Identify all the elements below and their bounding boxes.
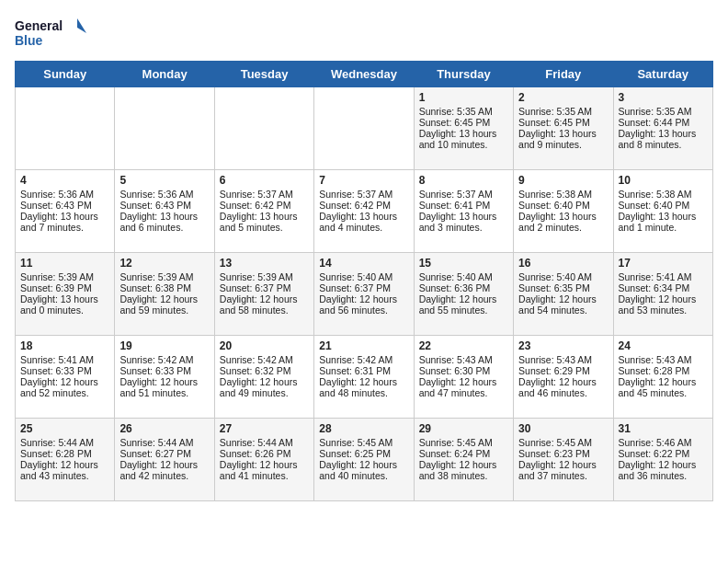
day-info: Sunrise: 5:37 AM — [419, 189, 508, 200]
day-info: and 45 minutes. — [619, 387, 708, 398]
calendar-cell: 22Sunrise: 5:43 AMSunset: 6:30 PMDayligh… — [414, 336, 513, 419]
day-info: Sunrise: 5:43 AM — [619, 354, 708, 365]
calendar-cell: 31Sunrise: 5:46 AMSunset: 6:22 PMDayligh… — [613, 419, 712, 501]
day-info: Sunset: 6:33 PM — [20, 365, 109, 376]
day-info: Sunset: 6:32 PM — [220, 365, 309, 376]
day-info: and 49 minutes. — [220, 387, 309, 398]
day-info: Sunset: 6:31 PM — [319, 365, 408, 376]
day-info: Sunrise: 5:41 AM — [20, 354, 109, 365]
day-info: Sunset: 6:38 PM — [119, 282, 209, 293]
day-info: Sunrise: 5:35 AM — [619, 106, 708, 117]
day-number: 12 — [119, 257, 209, 270]
day-info: and 48 minutes. — [319, 387, 408, 398]
day-info: and 42 minutes. — [119, 470, 209, 481]
day-info: and 0 minutes. — [20, 304, 109, 316]
day-info: Daylight: 12 hours — [419, 293, 508, 304]
day-number: 28 — [319, 422, 408, 435]
calendar-cell — [115, 87, 214, 170]
day-info: Sunset: 6:43 PM — [119, 200, 209, 211]
day-number: 8 — [419, 174, 508, 187]
calendar-cell: 8Sunrise: 5:37 AMSunset: 6:41 PMDaylight… — [414, 170, 513, 253]
day-info: Daylight: 13 hours — [518, 128, 608, 139]
day-info: Sunset: 6:39 PM — [20, 282, 109, 293]
day-info: Daylight: 12 hours — [518, 293, 608, 304]
day-info: and 41 minutes. — [220, 470, 309, 481]
calendar-day-header: Thursday — [414, 62, 513, 87]
calendar-cell: 21Sunrise: 5:42 AMSunset: 6:31 PMDayligh… — [314, 336, 414, 419]
calendar-cell — [16, 87, 115, 170]
day-info: Daylight: 12 hours — [319, 459, 408, 470]
day-info: and 47 minutes. — [419, 387, 508, 398]
day-number: 23 — [518, 339, 608, 352]
calendar-cell: 28Sunrise: 5:45 AMSunset: 6:25 PMDayligh… — [314, 419, 414, 501]
day-info: Sunset: 6:45 PM — [419, 117, 508, 128]
day-info: Sunset: 6:28 PM — [20, 448, 109, 459]
day-info: Sunset: 6:43 PM — [20, 200, 109, 211]
day-info: Sunset: 6:34 PM — [619, 282, 708, 293]
day-info: Sunset: 6:22 PM — [619, 448, 708, 459]
logo: General Blue — [15, 15, 88, 52]
page-header: General Blue — [15, 15, 713, 52]
calendar-day-header: Tuesday — [214, 62, 313, 87]
day-number: 1 — [419, 91, 508, 104]
day-info: and 46 minutes. — [518, 387, 608, 398]
day-info: and 9 minutes. — [518, 139, 608, 150]
calendar-cell: 29Sunrise: 5:45 AMSunset: 6:24 PMDayligh… — [414, 419, 513, 501]
day-info: Sunrise: 5:44 AM — [220, 437, 309, 448]
day-number: 29 — [419, 422, 508, 435]
day-number: 27 — [220, 422, 309, 435]
day-number: 25 — [20, 422, 109, 435]
day-info: and 59 minutes. — [119, 304, 209, 316]
day-info: Daylight: 13 hours — [619, 211, 708, 222]
day-info: Sunrise: 5:45 AM — [518, 437, 608, 448]
day-info: Sunrise: 5:36 AM — [119, 189, 209, 200]
day-info: Sunrise: 5:37 AM — [319, 189, 408, 200]
day-info: and 43 minutes. — [20, 470, 109, 481]
calendar-cell: 18Sunrise: 5:41 AMSunset: 6:33 PMDayligh… — [16, 336, 115, 419]
calendar-cell: 30Sunrise: 5:45 AMSunset: 6:23 PMDayligh… — [514, 419, 613, 501]
day-info: and 4 minutes. — [319, 222, 408, 233]
day-number: 18 — [20, 339, 109, 352]
day-info: Sunset: 6:36 PM — [419, 282, 508, 293]
calendar-cell: 13Sunrise: 5:39 AMSunset: 6:37 PMDayligh… — [214, 253, 313, 336]
day-info: Sunrise: 5:38 AM — [619, 189, 708, 200]
day-info: Sunset: 6:30 PM — [419, 365, 508, 376]
day-info: and 38 minutes. — [419, 470, 508, 481]
day-info: Daylight: 12 hours — [220, 376, 309, 387]
day-info: Sunrise: 5:40 AM — [518, 271, 608, 282]
day-info: Sunset: 6:27 PM — [119, 448, 209, 459]
day-info: Daylight: 12 hours — [119, 376, 209, 387]
calendar-day-header: Saturday — [613, 62, 712, 87]
calendar-day-header: Monday — [115, 62, 214, 87]
day-info: Sunrise: 5:42 AM — [319, 354, 408, 365]
day-number: 9 — [518, 174, 608, 187]
calendar-cell: 12Sunrise: 5:39 AMSunset: 6:38 PMDayligh… — [115, 253, 214, 336]
calendar-cell: 16Sunrise: 5:40 AMSunset: 6:35 PMDayligh… — [514, 253, 613, 336]
day-info: Sunset: 6:37 PM — [319, 282, 408, 293]
day-number: 17 — [619, 257, 708, 270]
calendar-cell: 24Sunrise: 5:43 AMSunset: 6:28 PMDayligh… — [613, 336, 712, 419]
day-info: and 53 minutes. — [619, 304, 708, 316]
calendar-cell: 2Sunrise: 5:35 AMSunset: 6:45 PMDaylight… — [514, 87, 613, 170]
day-info: Sunset: 6:25 PM — [319, 448, 408, 459]
day-info: Sunset: 6:24 PM — [419, 448, 508, 459]
day-info: and 56 minutes. — [319, 304, 408, 316]
calendar-cell: 25Sunrise: 5:44 AMSunset: 6:28 PMDayligh… — [16, 419, 115, 501]
day-number: 26 — [119, 422, 209, 435]
day-info: Daylight: 12 hours — [619, 376, 708, 387]
day-info: and 52 minutes. — [20, 387, 109, 398]
day-number: 11 — [20, 257, 109, 270]
day-info: Sunrise: 5:38 AM — [518, 189, 608, 200]
day-info: Daylight: 12 hours — [119, 293, 209, 304]
calendar-day-header: Wednesday — [314, 62, 414, 87]
calendar-header-row: SundayMondayTuesdayWednesdayThursdayFrid… — [16, 62, 713, 87]
day-number: 3 — [619, 91, 708, 104]
day-info: Daylight: 13 hours — [419, 211, 508, 222]
calendar-cell: 20Sunrise: 5:42 AMSunset: 6:32 PMDayligh… — [214, 336, 313, 419]
day-info: Daylight: 13 hours — [518, 211, 608, 222]
day-info: Sunset: 6:42 PM — [220, 200, 309, 211]
day-info: Daylight: 12 hours — [220, 459, 309, 470]
day-info: Sunrise: 5:41 AM — [619, 271, 708, 282]
calendar-cell: 27Sunrise: 5:44 AMSunset: 6:26 PMDayligh… — [214, 419, 313, 501]
day-info: Daylight: 12 hours — [20, 376, 109, 387]
